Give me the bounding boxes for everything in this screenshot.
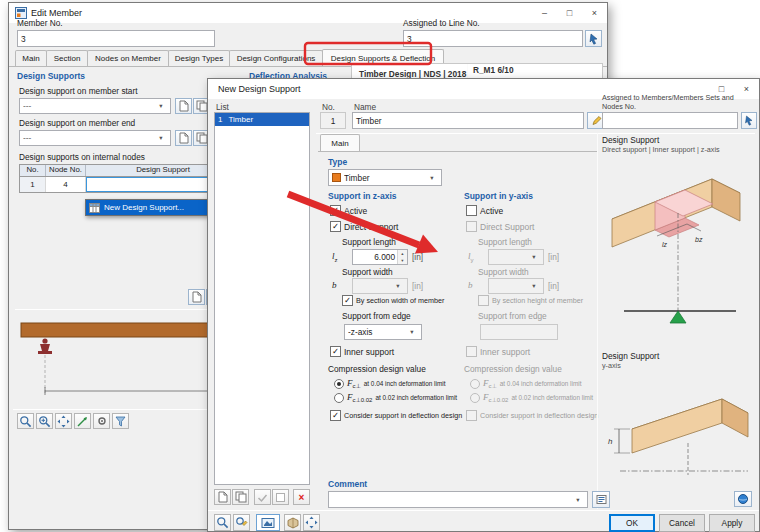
assigned-line-field[interactable]: 3 xyxy=(403,30,583,47)
render-button[interactable] xyxy=(284,514,301,531)
move-view-button[interactable] xyxy=(303,514,320,531)
view-box-icon xyxy=(261,517,275,529)
ok-button[interactable]: OK xyxy=(609,514,655,532)
z-inner-support-checkbox[interactable] xyxy=(330,346,341,357)
member-end-new-button[interactable] xyxy=(175,130,192,146)
display-mode-button[interactable] xyxy=(256,514,280,531)
member-end-combo[interactable]: --- xyxy=(19,130,171,146)
list-copy-button[interactable] xyxy=(232,489,249,505)
zoom-edit-button[interactable] xyxy=(233,514,250,531)
column-header-node-no[interactable]: Node No. xyxy=(46,165,86,176)
assigned-line-label: Assigned to Line No. xyxy=(403,18,480,28)
pick-arrow-icon xyxy=(588,33,599,45)
column-header-no[interactable]: No. xyxy=(20,165,46,176)
preview-y-graphic: h xyxy=(600,371,754,487)
assigned-members-field[interactable] xyxy=(602,112,738,129)
y-radio1-row: Fc⊥ at 0.04 inch deformation limit xyxy=(470,378,581,389)
internal-new-button[interactable] xyxy=(188,289,205,305)
comment-combo[interactable] xyxy=(328,491,588,508)
member-start-combo[interactable]: --- xyxy=(19,98,171,114)
copy-icon xyxy=(196,132,208,144)
pick-arrow-icon xyxy=(744,115,754,126)
list-item-timber[interactable]: 1 Timber xyxy=(215,113,309,126)
close-icon[interactable]: × xyxy=(582,3,607,23)
y-from-edge-label: Support from edge xyxy=(478,311,547,321)
list-deselect-all-button[interactable] xyxy=(272,489,289,505)
zoom-in-button[interactable] xyxy=(36,413,53,429)
pan-arrows-icon xyxy=(57,415,70,428)
spin-up-icon[interactable] xyxy=(398,250,407,257)
member-end-label: Design support on member end xyxy=(19,118,135,128)
notes-icon xyxy=(596,494,607,505)
chevron-down-icon[interactable] xyxy=(572,492,584,507)
preview-subtitle-y: y-axis xyxy=(602,361,621,370)
z-support-length-label: Support length xyxy=(342,237,396,247)
dim-bz-label: bz xyxy=(695,236,703,243)
comment-browse-button[interactable] xyxy=(592,491,610,508)
filter-button[interactable] xyxy=(112,413,129,429)
z-from-edge-combo[interactable]: -z-axis xyxy=(344,324,422,340)
window-title: Edit Member xyxy=(31,8,82,18)
axis-arrow-icon xyxy=(76,415,89,428)
name-field[interactable]: Timber xyxy=(352,112,584,129)
y-inner-row: Inner support xyxy=(466,346,530,357)
design-supports-group-title: Design Supports xyxy=(17,71,85,81)
list-new-button[interactable] xyxy=(214,489,231,505)
y-active-checkbox[interactable] xyxy=(466,205,477,216)
view-direction-button[interactable] xyxy=(74,413,91,429)
y-inner-support-checkbox xyxy=(466,346,477,357)
z-active-checkbox[interactable] xyxy=(330,205,341,216)
type-combo[interactable]: Timber xyxy=(328,169,442,186)
z-length-unit: [in] xyxy=(412,252,423,262)
tab-section[interactable]: Section xyxy=(46,50,88,66)
tab-main[interactable]: Main xyxy=(320,134,360,151)
edit-member-titlebar[interactable]: Edit Member – □ × xyxy=(9,3,607,23)
member-no-field[interactable]: 3 xyxy=(17,30,215,47)
spin-down-icon[interactable] xyxy=(398,257,407,264)
z-from-edge-label: Support from edge xyxy=(342,311,411,321)
tab-nodes-on-member[interactable]: Nodes on Member xyxy=(87,50,169,66)
screenshot-stage: Edit Member – □ × Member No. 3 Assigned … xyxy=(0,0,760,532)
tab-main[interactable]: Main xyxy=(15,50,47,66)
preview-title-z: Design Support xyxy=(602,135,659,145)
member-start-new-button[interactable] xyxy=(175,98,192,114)
magnifier-pencil-icon xyxy=(235,516,248,529)
z-deflection-checkbox[interactable] xyxy=(330,410,341,421)
tab-design-configurations[interactable]: Design Configurations xyxy=(229,50,323,66)
pan-button[interactable] xyxy=(55,413,72,429)
preview-display-button[interactable] xyxy=(734,491,752,507)
z-fc04-radio[interactable] xyxy=(334,379,344,389)
maximize-icon[interactable]: □ xyxy=(557,3,582,23)
chevron-down-icon[interactable] xyxy=(155,131,167,145)
display-settings-button[interactable] xyxy=(93,413,110,429)
new-icon xyxy=(217,491,228,503)
tab-design-types[interactable]: Design Types xyxy=(168,50,230,66)
select-line-button[interactable] xyxy=(585,30,602,47)
z-support-length-field[interactable]: 6.000 xyxy=(352,249,408,265)
y-deflection-checkbox xyxy=(466,410,477,421)
z-support-width-field xyxy=(352,278,408,294)
list-select-all-button[interactable] xyxy=(254,489,271,505)
z-by-section-width-checkbox[interactable] xyxy=(342,295,353,306)
chevron-down-icon xyxy=(528,250,540,264)
minimize-icon[interactable]: – xyxy=(532,3,557,23)
y-by-section-height-checkbox xyxy=(478,295,489,306)
design-support-list[interactable]: 1 Timber xyxy=(214,112,310,485)
spinner-buttons[interactable] xyxy=(397,250,407,264)
z-direct-support-checkbox[interactable] xyxy=(330,221,341,232)
apply-button[interactable]: Apply xyxy=(709,514,755,532)
pick-members-button[interactable] xyxy=(741,112,757,129)
chevron-down-icon[interactable] xyxy=(406,325,418,339)
list-delete-button[interactable]: × xyxy=(293,489,310,505)
chevron-down-icon[interactable] xyxy=(155,99,167,113)
zoom-button[interactable] xyxy=(214,514,231,531)
y-compression-label: Compression design value xyxy=(464,364,562,374)
z-fc002-radio[interactable] xyxy=(334,393,344,403)
dim-lz-label: lz xyxy=(662,241,668,248)
chevron-down-icon[interactable] xyxy=(426,170,438,185)
y-radio2-row: Fc⊥0.02 at 0.02 inch deformation limit xyxy=(470,392,593,403)
cancel-button[interactable]: Cancel xyxy=(659,514,705,532)
zoom-button[interactable] xyxy=(17,413,34,429)
no-field: 1 xyxy=(320,112,346,129)
y-length-unit: [in] xyxy=(548,252,559,262)
